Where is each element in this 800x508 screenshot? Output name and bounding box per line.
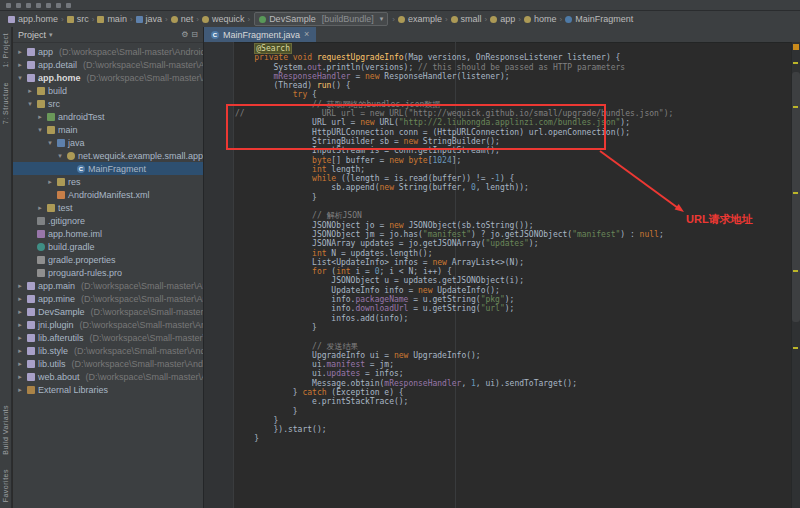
code-area[interactable]: @Search private void requestUpgradeInfo(… — [235, 44, 792, 444]
expander-icon[interactable]: ▸ — [16, 334, 24, 342]
tree-item[interactable]: AndroidManifest.xml — [13, 188, 203, 201]
breadcrumb-item[interactable]: net — [169, 14, 196, 24]
toolbar-icon[interactable] — [16, 3, 21, 8]
tree-item[interactable]: ▾main — [13, 123, 203, 136]
breadcrumb-item[interactable]: small — [449, 14, 484, 24]
expander-icon[interactable]: ▾ — [56, 152, 64, 160]
toolbar-icon[interactable] — [56, 3, 61, 8]
expander-icon[interactable]: ▸ — [16, 321, 24, 329]
expander-icon[interactable]: ▸ — [16, 308, 24, 316]
tool-window-button[interactable]: 1: Project — [2, 33, 9, 68]
tree-item[interactable]: ▸jni.plugin(D:\workspace\Small-master\An… — [13, 318, 203, 331]
folder-src-icon — [57, 139, 65, 147]
warning-mark[interactable] — [793, 270, 798, 272]
module-icon — [27, 347, 35, 355]
collapse-all-icon[interactable]: ⊟ — [191, 31, 198, 39]
tree-item[interactable]: ▸androidTest — [13, 110, 203, 123]
settings-gear-icon[interactable]: ⚙ — [181, 31, 188, 39]
chevron-down-icon[interactable]: ▾ — [49, 31, 53, 39]
expander-icon[interactable]: ▸ — [16, 347, 24, 355]
tree-item[interactable]: build.gradle — [13, 240, 203, 253]
breadcrumb-item[interactable]: src — [65, 14, 91, 24]
tree-item[interactable]: ▸res — [13, 175, 203, 188]
expander-icon[interactable]: ▸ — [16, 386, 24, 394]
tree-item[interactable]: ▸app(D:\workspace\Small-master\Android\S… — [13, 45, 203, 58]
breadcrumb-item[interactable]: app — [488, 14, 517, 24]
breadcrumb-item[interactable]: app.home — [6, 14, 60, 24]
tree-item[interactable]: CMainFragment — [13, 162, 203, 175]
breadcrumb-item[interactable]: wequick — [200, 14, 247, 24]
breadcrumb-item[interactable]: example — [396, 14, 444, 24]
tree-item[interactable]: ▸lib.style(D:\workspace\Small-master\And… — [13, 344, 203, 357]
tree-item[interactable]: ▾app.home(D:\workspace\Small-master\Andr… — [13, 71, 203, 84]
expander-icon[interactable]: ▸ — [16, 295, 24, 303]
expander-icon[interactable]: ▾ — [26, 100, 34, 108]
toolbar-icon[interactable] — [46, 3, 51, 8]
expander-icon[interactable]: ▸ — [46, 178, 54, 186]
tree-item-label: java — [68, 138, 85, 148]
tree-item[interactable]: ▸build — [13, 84, 203, 97]
toolbar-icon[interactable] — [66, 3, 71, 8]
tree-item[interactable]: ▾net.wequick.example.small.app.ho — [13, 149, 203, 162]
tree-item[interactable]: ▸lib.afterutils(D:\workspace\Small-maste… — [13, 331, 203, 344]
breadcrumb-item[interactable]: home — [522, 14, 559, 24]
breadcrumb-item[interactable]: java — [134, 14, 165, 24]
tool-window-button[interactable]: Favorites — [2, 469, 9, 502]
expander-icon[interactable]: ▸ — [26, 87, 34, 95]
expander-icon[interactable]: ▸ — [16, 61, 24, 69]
tree-item[interactable]: ▸test — [13, 201, 203, 214]
expander-icon[interactable]: ▸ — [36, 113, 44, 121]
code-line: private void requestUpgradeInfo(Map vers… — [235, 53, 792, 62]
tree-item[interactable]: ▸app.mine(D:\workspace\Small-master\Andr… — [13, 292, 203, 305]
project-panel-title[interactable]: Project — [18, 30, 46, 40]
toolbar-icon[interactable] — [36, 3, 41, 8]
scrollbar-error-stripe[interactable] — [791, 42, 800, 508]
scrollbar-thumb[interactable] — [792, 72, 800, 322]
tree-item[interactable]: proguard-rules.pro — [13, 266, 203, 279]
expander-icon[interactable]: ▾ — [36, 126, 44, 134]
warning-mark[interactable] — [793, 192, 798, 194]
expander-icon[interactable]: ▸ — [16, 360, 24, 368]
close-icon[interactable]: × — [304, 30, 309, 39]
run-config-combo[interactable]: DevSample[buildBundle]▾ — [254, 12, 388, 26]
toolbar-icon[interactable] — [6, 3, 11, 8]
tree-item[interactable]: ▾java — [13, 136, 203, 149]
tree-item[interactable]: ▸app.main(D:\workspace\Small-master\Andr — [13, 279, 203, 292]
editor-tab-bar: C MainFragment.java × — [204, 27, 800, 43]
editor-body[interactable]: @Search private void requestUpgradeInfo(… — [204, 42, 792, 508]
code-line: } catch (Exception e) { — [235, 388, 792, 397]
tool-window-button[interactable]: Build Variants — [2, 405, 9, 455]
tool-window-button[interactable]: 7: Structure — [2, 82, 9, 124]
breadcrumb-item[interactable]: MainFragment — [563, 14, 635, 24]
chevron-down-icon: ▾ — [380, 15, 384, 23]
expander-icon[interactable]: ▸ — [16, 48, 24, 56]
code-line: info.downloadUrl = u.getString("url"); — [235, 304, 792, 313]
expander-icon[interactable]: ▾ — [16, 74, 24, 82]
editor-gutter[interactable] — [204, 42, 234, 508]
breadcrumb-label: small — [461, 14, 482, 24]
code-line: int length; — [235, 165, 792, 174]
tree-item[interactable]: gradle.properties — [13, 253, 203, 266]
expander-icon[interactable]: ▾ — [46, 139, 54, 147]
tab-mainfragment-java[interactable]: C MainFragment.java × — [204, 27, 316, 42]
project-panel-header: Project ▾ ⚙ ⊟ — [13, 27, 203, 43]
tree-item[interactable]: ▸DevSample(D:\workspace\Small-master\An — [13, 305, 203, 318]
tree-item[interactable]: ▸External Libraries — [13, 383, 203, 396]
expander-icon[interactable]: ▸ — [36, 204, 44, 212]
tree-item[interactable]: ▸app.detail(D:\workspace\Small-master\An… — [13, 58, 203, 71]
expander-icon[interactable]: ▸ — [16, 373, 24, 381]
left-toolbar-top: 1: Project7: Structure — [2, 33, 9, 124]
tree-item[interactable]: ▸lib.utils(D:\workspace\Small-master\And… — [13, 357, 203, 370]
warning-mark[interactable] — [793, 106, 798, 108]
toolbar-icon[interactable] — [26, 3, 31, 8]
breadcrumb-item[interactable]: main — [95, 14, 129, 24]
tree-item[interactable]: .gitignore — [13, 214, 203, 227]
inspection-indicator[interactable] — [793, 44, 799, 50]
tree-item[interactable]: app.home.iml — [13, 227, 203, 240]
warning-mark[interactable] — [793, 347, 798, 349]
expander-icon[interactable]: ▸ — [16, 282, 24, 290]
module-icon — [27, 334, 35, 342]
tree-item[interactable]: ▾src — [13, 97, 203, 110]
tree-item[interactable]: ▸web.about(D:\workspace\Small-master\And… — [13, 370, 203, 383]
warning-mark[interactable] — [793, 62, 798, 64]
